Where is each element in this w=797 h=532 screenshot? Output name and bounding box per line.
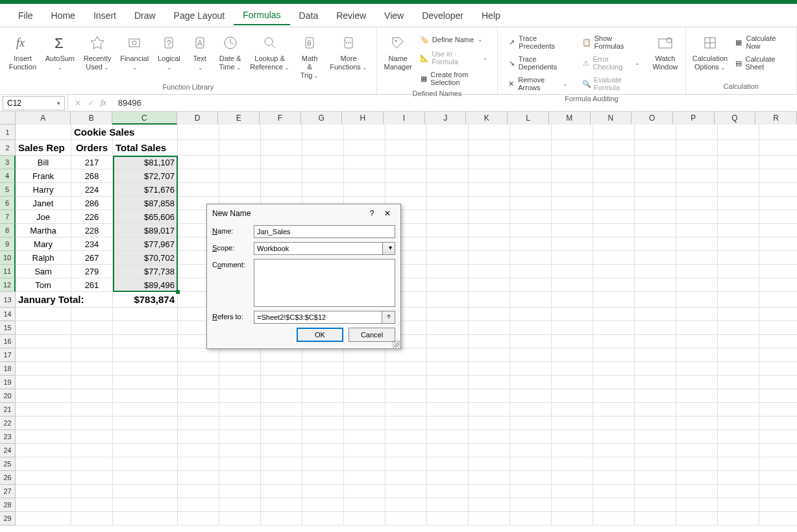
cell[interactable] (16, 417, 71, 430)
cell[interactable] (718, 125, 759, 140)
error-checking-button[interactable]: ⚠Error Checking⌄ (578, 53, 644, 73)
cell[interactable] (759, 169, 797, 183)
cell[interactable] (344, 417, 386, 430)
cell[interactable] (469, 224, 510, 237)
cell[interactable]: $65,606 (113, 210, 178, 224)
cell[interactable] (302, 485, 344, 498)
dialog-titlebar[interactable]: New Name ? ✕ (207, 204, 400, 223)
cell[interactable] (593, 485, 635, 498)
cell[interactable] (510, 278, 552, 292)
cell[interactable] (759, 224, 797, 237)
cell[interactable]: Total Sales (113, 140, 178, 156)
cell[interactable] (113, 362, 178, 376)
cell[interactable] (552, 485, 593, 498)
cell[interactable] (593, 292, 635, 308)
cell[interactable] (593, 430, 635, 444)
cell[interactable] (427, 237, 469, 251)
cell[interactable] (759, 237, 797, 251)
cell[interactable] (71, 335, 113, 348)
cell[interactable] (552, 512, 593, 526)
cell[interactable] (469, 430, 510, 444)
cell[interactable] (510, 210, 552, 224)
cell[interactable] (510, 169, 552, 183)
cell[interactable] (71, 321, 113, 335)
cell[interactable] (552, 430, 593, 444)
lookup-button[interactable]: Lookup &Reference⌄ (246, 30, 293, 73)
cell[interactable] (469, 183, 510, 197)
enter-icon[interactable]: ✓ (88, 99, 94, 108)
cell[interactable] (718, 169, 759, 183)
cell[interactable] (344, 430, 386, 444)
cell[interactable] (676, 251, 718, 265)
cell[interactable] (427, 512, 469, 526)
row-header-3[interactable]: 3 (0, 156, 16, 169)
cell[interactable] (635, 237, 676, 251)
cell[interactable] (635, 498, 676, 512)
cell[interactable] (344, 498, 386, 512)
row-header-18[interactable]: 18 (0, 362, 16, 376)
math-trig-button[interactable]: θ Math &Trig⌄ (295, 30, 325, 82)
define-name-button[interactable]: 🏷️Define Name⌄ (415, 32, 493, 47)
cell[interactable] (302, 512, 344, 526)
cell[interactable] (71, 512, 113, 526)
cell[interactable] (718, 471, 759, 485)
row-header-27[interactable]: 27 (0, 485, 16, 498)
cell[interactable] (219, 376, 261, 389)
row-header-23[interactable]: 23 (0, 430, 16, 444)
cell[interactable] (427, 140, 469, 156)
row-header-5[interactable]: 5 (0, 183, 16, 197)
cell[interactable] (593, 362, 635, 376)
cell[interactable]: Martha (16, 224, 71, 237)
cell[interactable] (676, 140, 718, 156)
cell[interactable] (676, 485, 718, 498)
cell[interactable]: $783,874 (113, 292, 178, 308)
cell[interactable] (593, 125, 635, 140)
cell[interactable] (759, 278, 797, 292)
cell[interactable] (635, 265, 676, 278)
cell[interactable] (113, 485, 178, 498)
show-formulas-button[interactable]: 📋Show Formulas (578, 32, 644, 52)
cell[interactable] (676, 362, 718, 376)
col-header-F[interactable]: F (260, 112, 301, 125)
cell[interactable] (469, 389, 510, 403)
cell[interactable] (593, 237, 635, 251)
cell[interactable] (469, 169, 510, 183)
cell[interactable] (759, 210, 797, 224)
selection-handle[interactable] (176, 290, 180, 294)
cell[interactable] (635, 457, 676, 471)
cell[interactable] (593, 335, 635, 348)
cell[interactable] (344, 376, 386, 389)
cell[interactable] (427, 251, 469, 265)
cell[interactable] (178, 457, 219, 471)
cell[interactable] (759, 265, 797, 278)
cell[interactable] (759, 183, 797, 197)
cell[interactable] (552, 417, 593, 430)
cell[interactable] (261, 156, 302, 169)
cell[interactable] (759, 471, 797, 485)
cell[interactable] (635, 292, 676, 308)
cell[interactable] (302, 156, 344, 169)
cell[interactable] (178, 403, 219, 417)
cell[interactable] (552, 265, 593, 278)
cell[interactable] (593, 348, 635, 362)
cell[interactable] (469, 278, 510, 292)
cell[interactable] (469, 251, 510, 265)
cell[interactable] (676, 444, 718, 457)
cell[interactable] (344, 471, 386, 485)
cell[interactable] (469, 498, 510, 512)
cell[interactable] (510, 197, 552, 210)
cell[interactable] (386, 430, 427, 444)
cell[interactable] (344, 140, 386, 156)
cell[interactable] (510, 457, 552, 471)
row-header-6[interactable]: 6 (0, 197, 16, 210)
cell[interactable] (635, 197, 676, 210)
cell[interactable] (593, 444, 635, 457)
cell[interactable] (510, 156, 552, 169)
cell[interactable] (676, 430, 718, 444)
name-manager-button[interactable]: NameManager (382, 30, 414, 73)
cell[interactable] (178, 169, 219, 183)
cell[interactable] (302, 417, 344, 430)
cell[interactable] (510, 403, 552, 417)
use-in-formula-button[interactable]: 📐Use in Formula⌄ (415, 48, 493, 67)
cell[interactable] (219, 512, 261, 526)
